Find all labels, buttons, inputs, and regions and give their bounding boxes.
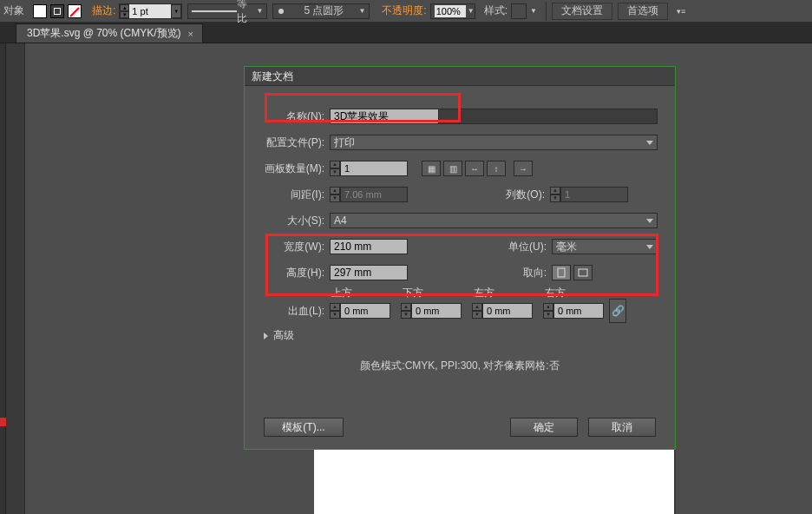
- document-tabs: 3D苹果.svg @ 70% (CMYK/预览) ×: [0, 23, 812, 43]
- line-shape-icon: [192, 8, 236, 15]
- chevron-down-icon: ▼: [468, 7, 475, 15]
- columns-label: 列数(O):: [408, 188, 545, 202]
- svg-point-1: [278, 9, 284, 14]
- chevron-down-icon: ▼: [256, 7, 263, 15]
- height-label: 高度(H):: [262, 266, 324, 280]
- spacing-label: 间距(I):: [262, 188, 324, 202]
- ok-button[interactable]: 确定: [510, 418, 578, 437]
- chevron-down-icon[interactable]: ▼: [330, 168, 340, 176]
- ruler-vertical: [6, 43, 25, 514]
- dialog-title: 新建文档: [245, 67, 675, 86]
- chevron-up-icon[interactable]: ▲: [120, 4, 129, 11]
- document-tab[interactable]: 3D苹果.svg @ 70% (CMYK/预览) ×: [16, 23, 203, 43]
- bleed-top-value[interactable]: 0 mm: [340, 303, 390, 319]
- chevron-up-icon[interactable]: ▲: [550, 187, 560, 194]
- orientation-portrait-icon[interactable]: [552, 265, 571, 280]
- name-input[interactable]: [331, 109, 438, 123]
- document-setup-button[interactable]: 文档设置: [552, 3, 612, 20]
- orientation-label: 取向:: [408, 266, 547, 280]
- graphic-style-swatch[interactable]: [511, 3, 527, 19]
- options-bar: 对象 描边: ▲▼ 1 pt ▼ 等比 ▼ 5 点圆形 ▼ 不透明度: ▼ 样式…: [0, 0, 812, 23]
- chevron-down-icon: [646, 245, 653, 249]
- bleed-left-label: 左方: [474, 286, 545, 300]
- advanced-label: 高级: [273, 328, 294, 343]
- chevron-down-icon[interactable]: ▼: [530, 7, 537, 15]
- width-field[interactable]: [330, 239, 408, 254]
- advanced-toggle[interactable]: 高级: [264, 328, 658, 343]
- bleed-top-stepper[interactable]: ▲▼0 mm: [330, 303, 390, 319]
- name-input-ext[interactable]: [439, 109, 657, 123]
- stroke-label: 描边:: [92, 3, 115, 18]
- bleed-right-stepper[interactable]: ▲▼0 mm: [543, 303, 604, 319]
- link-bleed-icon[interactable]: 🔗: [609, 299, 626, 323]
- name-field[interactable]: [330, 109, 439, 124]
- template-button[interactable]: 模板(T)...: [264, 418, 344, 437]
- columns-value: 1: [560, 187, 628, 202]
- bleed-right-label: 右方: [545, 286, 616, 300]
- units-label: 单位(U):: [408, 240, 547, 254]
- bleed-top-label: 上方: [331, 286, 403, 300]
- orientation-landscape-icon[interactable]: [573, 265, 593, 280]
- brush-dropdown[interactable]: 5 点圆形 ▼: [272, 3, 370, 19]
- columns-stepper[interactable]: ▲▼ 1: [550, 187, 628, 202]
- bleed-right-value[interactable]: 0 mm: [553, 303, 604, 319]
- variable-width-dropdown[interactable]: 等比 ▼: [187, 3, 267, 19]
- bleed-bottom-value[interactable]: 0 mm: [411, 303, 462, 319]
- bleed-left-stepper[interactable]: ▲▼0 mm: [472, 303, 533, 319]
- preferences-button[interactable]: 首选项: [618, 3, 668, 20]
- tool-edge: [0, 43, 6, 514]
- fill-swatch[interactable]: [33, 4, 47, 18]
- size-value: A4: [334, 214, 347, 227]
- svg-rect-2: [558, 268, 565, 277]
- arrange-rtl-icon[interactable]: →: [514, 161, 533, 176]
- arrange-column-icon[interactable]: ↕: [487, 161, 506, 176]
- grid-by-column-icon[interactable]: ▥: [443, 161, 462, 176]
- profile-value: 打印: [334, 135, 355, 150]
- width-label: 宽度(W):: [262, 240, 324, 254]
- size-label: 大小(S):: [262, 214, 324, 228]
- chevron-down-icon[interactable]: ▼: [120, 11, 129, 18]
- chevron-down-icon[interactable]: ▼: [550, 194, 560, 202]
- profile-label: 配置文件(P):: [262, 135, 324, 150]
- chevron-up-icon[interactable]: ▲: [330, 187, 340, 194]
- spacing-stepper[interactable]: ▲▼ 7.06 mm: [330, 187, 408, 202]
- dot-icon: [277, 7, 289, 16]
- artboards-label: 画板数量(M):: [262, 161, 324, 176]
- cancel-button[interactable]: 取消: [588, 418, 656, 437]
- chevron-down-icon: ▼: [358, 7, 365, 15]
- opacity-input[interactable]: [435, 5, 466, 17]
- bleed-bottom-label: 下方: [403, 286, 474, 300]
- height-input[interactable]: [331, 266, 407, 280]
- new-document-dialog: 新建文档 名称(N): 配置文件(P): 打印 画板数量(M): ▲▼ 1 ▦ …: [244, 66, 676, 450]
- bleed-bottom-stepper[interactable]: ▲▼0 mm: [401, 303, 462, 319]
- size-dropdown[interactable]: A4: [330, 213, 658, 228]
- stroke-weight-stepper[interactable]: ▲▼ 1 pt ▼: [119, 3, 182, 19]
- width-input[interactable]: [331, 240, 407, 254]
- dropdown-chevron-icon[interactable]: ▼: [171, 4, 181, 18]
- chevron-down-icon: [646, 141, 653, 145]
- opacity-field[interactable]: ▼: [430, 3, 475, 19]
- bleed-label: 出血(L):: [262, 304, 324, 319]
- artboards-value[interactable]: 1: [340, 161, 408, 176]
- flyout-icon[interactable]: ▾≡: [677, 7, 685, 16]
- grid-by-row-icon[interactable]: ▦: [422, 161, 441, 176]
- artboards-stepper[interactable]: ▲▼ 1: [330, 161, 408, 176]
- profile-dropdown[interactable]: 打印: [330, 135, 658, 150]
- menu-object[interactable]: 对象: [3, 3, 24, 18]
- dialog-buttons: 模板(T)... 确定 取消: [245, 418, 675, 437]
- bleed-left-value[interactable]: 0 mm: [482, 303, 533, 319]
- name-label: 名称(N):: [262, 109, 324, 124]
- stroke-weight-value[interactable]: 1 pt: [129, 4, 171, 18]
- none-swatch[interactable]: [68, 4, 82, 18]
- units-dropdown[interactable]: 毫米: [552, 239, 658, 254]
- stroke-swatch[interactable]: [50, 4, 64, 18]
- chevron-down-icon[interactable]: ▼: [330, 194, 340, 202]
- close-icon[interactable]: ×: [188, 29, 193, 39]
- chevron-up-icon[interactable]: ▲: [330, 161, 340, 168]
- height-field[interactable]: [330, 265, 408, 280]
- units-value: 毫米: [556, 240, 577, 254]
- divider: [546, 2, 547, 21]
- name-field-ext[interactable]: [439, 109, 658, 124]
- arrange-row-icon[interactable]: ↔: [465, 161, 484, 176]
- style-label: 样式:: [484, 3, 508, 18]
